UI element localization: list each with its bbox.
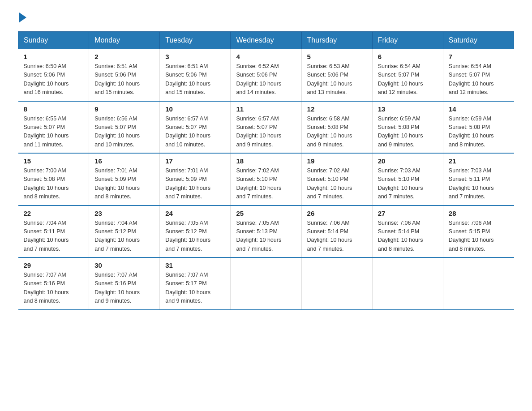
day-info: Sunrise: 7:06 AMSunset: 5:15 PMDaylight:…: [449, 219, 509, 254]
day-number: 22: [24, 210, 84, 217]
day-info: Sunrise: 7:01 AMSunset: 5:09 PMDaylight:…: [94, 167, 154, 201]
calendar-day-cell: 26 Sunrise: 7:06 AMSunset: 5:14 PMDaylig…: [301, 206, 372, 258]
calendar-day-cell: 1 Sunrise: 6:50 AMSunset: 5:06 PMDayligh…: [18, 49, 89, 101]
day-info: Sunrise: 6:59 AMSunset: 5:08 PMDaylight:…: [449, 115, 509, 150]
day-info: Sunrise: 6:57 AMSunset: 5:07 PMDaylight:…: [165, 115, 225, 150]
day-number: 10: [165, 105, 225, 113]
day-number: 6: [378, 53, 438, 60]
day-number: 20: [378, 157, 438, 165]
calendar-day-cell: 30 Sunrise: 7:07 AMSunset: 5:16 PMDaylig…: [89, 257, 160, 310]
calendar-week-row: 29 Sunrise: 7:07 AMSunset: 5:16 PMDaylig…: [18, 257, 514, 310]
day-info: Sunrise: 7:02 AMSunset: 5:10 PMDaylight:…: [236, 167, 296, 201]
day-number: 28: [449, 210, 509, 217]
day-number: 30: [94, 261, 154, 269]
day-info: Sunrise: 6:51 AMSunset: 5:06 PMDaylight:…: [165, 62, 225, 97]
calendar-day-cell: 22 Sunrise: 7:04 AMSunset: 5:11 PMDaylig…: [18, 206, 89, 258]
day-info: Sunrise: 6:54 AMSunset: 5:07 PMDaylight:…: [449, 62, 509, 97]
calendar-day-cell: 11 Sunrise: 6:57 AMSunset: 5:07 PMDaylig…: [231, 101, 301, 154]
day-info: Sunrise: 6:56 AMSunset: 5:07 PMDaylight:…: [94, 115, 154, 150]
day-number: 5: [307, 53, 367, 60]
day-of-week-header: Saturday: [443, 32, 514, 49]
calendar-day-cell: 19 Sunrise: 7:02 AMSunset: 5:10 PMDaylig…: [301, 153, 372, 206]
calendar-day-cell: 31 Sunrise: 7:07 AMSunset: 5:17 PMDaylig…: [160, 257, 231, 310]
day-number: 25: [236, 210, 296, 217]
calendar-day-cell: 5 Sunrise: 6:53 AMSunset: 5:06 PMDayligh…: [301, 49, 372, 101]
calendar-day-cell: 4 Sunrise: 6:52 AMSunset: 5:06 PMDayligh…: [231, 49, 301, 101]
day-of-week-header: Sunday: [18, 32, 89, 49]
logo-arrow-icon: [19, 13, 26, 22]
calendar-week-row: 22 Sunrise: 7:04 AMSunset: 5:11 PMDaylig…: [18, 206, 514, 258]
day-info: Sunrise: 7:05 AMSunset: 5:12 PMDaylight:…: [165, 219, 225, 254]
calendar-day-cell: 7 Sunrise: 6:54 AMSunset: 5:07 PMDayligh…: [443, 49, 514, 101]
day-number: 29: [24, 261, 84, 269]
calendar-day-cell: 24 Sunrise: 7:05 AMSunset: 5:12 PMDaylig…: [160, 206, 231, 258]
calendar-day-cell: 23 Sunrise: 7:04 AMSunset: 5:12 PMDaylig…: [89, 206, 160, 258]
day-number: 27: [378, 210, 438, 217]
day-number: 3: [165, 53, 225, 60]
day-number: 12: [307, 105, 367, 113]
day-info: Sunrise: 6:53 AMSunset: 5:06 PMDaylight:…: [307, 62, 367, 97]
day-number: 13: [378, 105, 438, 113]
calendar-day-cell: 12 Sunrise: 6:58 AMSunset: 5:08 PMDaylig…: [301, 101, 372, 154]
day-number: 7: [449, 53, 509, 60]
calendar-day-cell: 20 Sunrise: 7:03 AMSunset: 5:10 PMDaylig…: [372, 153, 443, 206]
day-info: Sunrise: 7:05 AMSunset: 5:13 PMDaylight:…: [236, 219, 296, 254]
day-info: Sunrise: 7:06 AMSunset: 5:14 PMDaylight:…: [307, 219, 367, 254]
day-number: 9: [94, 105, 154, 113]
day-of-week-header: Monday: [89, 32, 160, 49]
day-info: Sunrise: 7:07 AMSunset: 5:16 PMDaylight:…: [24, 271, 84, 306]
calendar-header-row: SundayMondayTuesdayWednesdayThursdayFrid…: [18, 32, 514, 49]
calendar-day-cell: 6 Sunrise: 6:54 AMSunset: 5:07 PMDayligh…: [372, 49, 443, 101]
calendar-day-cell: 17 Sunrise: 7:01 AMSunset: 5:09 PMDaylig…: [160, 153, 231, 206]
day-info: Sunrise: 7:04 AMSunset: 5:11 PMDaylight:…: [24, 219, 84, 254]
day-number: 15: [24, 157, 84, 165]
day-number: 21: [449, 157, 509, 165]
calendar-day-cell: 3 Sunrise: 6:51 AMSunset: 5:06 PMDayligh…: [160, 49, 231, 101]
calendar-day-cell: 14 Sunrise: 6:59 AMSunset: 5:08 PMDaylig…: [443, 101, 514, 154]
day-info: Sunrise: 6:54 AMSunset: 5:07 PMDaylight:…: [378, 62, 438, 97]
calendar-day-cell: 21 Sunrise: 7:03 AMSunset: 5:11 PMDaylig…: [443, 153, 514, 206]
calendar-day-cell: 8 Sunrise: 6:55 AMSunset: 5:07 PMDayligh…: [18, 101, 89, 154]
day-info: Sunrise: 6:59 AMSunset: 5:08 PMDaylight:…: [378, 115, 438, 150]
day-info: Sunrise: 6:50 AMSunset: 5:06 PMDaylight:…: [24, 62, 84, 97]
calendar-day-cell: 9 Sunrise: 6:56 AMSunset: 5:07 PMDayligh…: [89, 101, 160, 154]
calendar-day-cell: 13 Sunrise: 6:59 AMSunset: 5:08 PMDaylig…: [372, 101, 443, 154]
day-info: Sunrise: 7:07 AMSunset: 5:16 PMDaylight:…: [94, 271, 154, 306]
day-number: 16: [94, 157, 154, 165]
day-of-week-header: Friday: [372, 32, 443, 49]
day-info: Sunrise: 7:03 AMSunset: 5:11 PMDaylight:…: [449, 167, 509, 201]
day-of-week-header: Wednesday: [231, 32, 301, 49]
day-number: 8: [24, 105, 84, 113]
day-number: 4: [236, 53, 296, 60]
calendar-week-row: 8 Sunrise: 6:55 AMSunset: 5:07 PMDayligh…: [18, 101, 514, 154]
calendar-day-cell: [231, 257, 301, 310]
day-number: 1: [24, 53, 84, 60]
day-number: 14: [449, 105, 509, 113]
calendar-day-cell: 25 Sunrise: 7:05 AMSunset: 5:13 PMDaylig…: [231, 206, 301, 258]
calendar-week-row: 15 Sunrise: 7:00 AMSunset: 5:08 PMDaylig…: [18, 153, 514, 206]
day-info: Sunrise: 7:03 AMSunset: 5:10 PMDaylight:…: [378, 167, 438, 201]
day-info: Sunrise: 6:55 AMSunset: 5:07 PMDaylight:…: [24, 115, 84, 150]
calendar-day-cell: [443, 257, 514, 310]
day-info: Sunrise: 6:58 AMSunset: 5:08 PMDaylight:…: [307, 115, 367, 150]
page-header: [18, 13, 514, 22]
day-number: 24: [165, 210, 225, 217]
day-info: Sunrise: 7:01 AMSunset: 5:09 PMDaylight:…: [165, 167, 225, 201]
calendar-day-cell: 15 Sunrise: 7:00 AMSunset: 5:08 PMDaylig…: [18, 153, 89, 206]
day-number: 31: [165, 261, 225, 269]
day-info: Sunrise: 7:00 AMSunset: 5:08 PMDaylight:…: [24, 167, 84, 201]
day-of-week-header: Tuesday: [160, 32, 231, 49]
calendar-week-row: 1 Sunrise: 6:50 AMSunset: 5:06 PMDayligh…: [18, 49, 514, 101]
day-info: Sunrise: 6:57 AMSunset: 5:07 PMDaylight:…: [236, 115, 296, 150]
day-info: Sunrise: 7:02 AMSunset: 5:10 PMDaylight:…: [307, 167, 367, 201]
calendar-day-cell: 16 Sunrise: 7:01 AMSunset: 5:09 PMDaylig…: [89, 153, 160, 206]
day-number: 23: [94, 210, 154, 217]
day-number: 11: [236, 105, 296, 113]
day-number: 19: [307, 157, 367, 165]
calendar-day-cell: 29 Sunrise: 7:07 AMSunset: 5:16 PMDaylig…: [18, 257, 89, 310]
calendar-day-cell: 10 Sunrise: 6:57 AMSunset: 5:07 PMDaylig…: [160, 101, 231, 154]
day-info: Sunrise: 7:06 AMSunset: 5:14 PMDaylight:…: [378, 219, 438, 254]
calendar-day-cell: 18 Sunrise: 7:02 AMSunset: 5:10 PMDaylig…: [231, 153, 301, 206]
calendar-day-cell: [301, 257, 372, 310]
day-info: Sunrise: 7:07 AMSunset: 5:17 PMDaylight:…: [165, 271, 225, 306]
